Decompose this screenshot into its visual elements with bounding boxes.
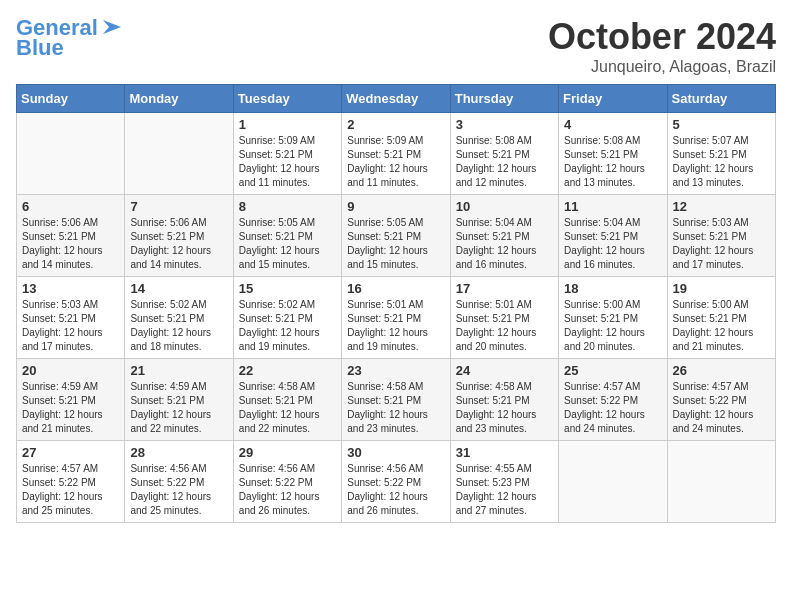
day-info: Sunrise: 5:02 AMSunset: 5:21 PMDaylight:… bbox=[239, 298, 336, 354]
calendar-day-cell: 10Sunrise: 5:04 AMSunset: 5:21 PMDayligh… bbox=[450, 195, 558, 277]
day-info: Sunrise: 4:56 AMSunset: 5:22 PMDaylight:… bbox=[239, 462, 336, 518]
day-info: Sunrise: 5:06 AMSunset: 5:21 PMDaylight:… bbox=[22, 216, 119, 272]
calendar-day-cell bbox=[125, 113, 233, 195]
calendar-day-cell: 7Sunrise: 5:06 AMSunset: 5:21 PMDaylight… bbox=[125, 195, 233, 277]
day-number: 5 bbox=[673, 117, 770, 132]
calendar-day-cell: 22Sunrise: 4:58 AMSunset: 5:21 PMDayligh… bbox=[233, 359, 341, 441]
calendar-week-row: 1Sunrise: 5:09 AMSunset: 5:21 PMDaylight… bbox=[17, 113, 776, 195]
day-info: Sunrise: 5:03 AMSunset: 5:21 PMDaylight:… bbox=[673, 216, 770, 272]
days-header-row: SundayMondayTuesdayWednesdayThursdayFrid… bbox=[17, 85, 776, 113]
calendar-day-cell: 27Sunrise: 4:57 AMSunset: 5:22 PMDayligh… bbox=[17, 441, 125, 523]
day-number: 7 bbox=[130, 199, 227, 214]
location-subtitle: Junqueiro, Alagoas, Brazil bbox=[548, 58, 776, 76]
month-title: October 2024 bbox=[548, 16, 776, 58]
day-of-week-header: Tuesday bbox=[233, 85, 341, 113]
day-info: Sunrise: 4:58 AMSunset: 5:21 PMDaylight:… bbox=[456, 380, 553, 436]
day-number: 27 bbox=[22, 445, 119, 460]
day-of-week-header: Sunday bbox=[17, 85, 125, 113]
day-info: Sunrise: 5:00 AMSunset: 5:21 PMDaylight:… bbox=[673, 298, 770, 354]
day-number: 9 bbox=[347, 199, 444, 214]
calendar-day-cell: 20Sunrise: 4:59 AMSunset: 5:21 PMDayligh… bbox=[17, 359, 125, 441]
calendar-day-cell: 5Sunrise: 5:07 AMSunset: 5:21 PMDaylight… bbox=[667, 113, 775, 195]
day-info: Sunrise: 5:03 AMSunset: 5:21 PMDaylight:… bbox=[22, 298, 119, 354]
day-number: 24 bbox=[456, 363, 553, 378]
day-number: 20 bbox=[22, 363, 119, 378]
day-info: Sunrise: 5:06 AMSunset: 5:21 PMDaylight:… bbox=[130, 216, 227, 272]
day-of-week-header: Wednesday bbox=[342, 85, 450, 113]
day-number: 2 bbox=[347, 117, 444, 132]
calendar-day-cell: 19Sunrise: 5:00 AMSunset: 5:21 PMDayligh… bbox=[667, 277, 775, 359]
day-of-week-header: Saturday bbox=[667, 85, 775, 113]
day-number: 14 bbox=[130, 281, 227, 296]
day-info: Sunrise: 5:00 AMSunset: 5:21 PMDaylight:… bbox=[564, 298, 661, 354]
calendar-day-cell bbox=[667, 441, 775, 523]
day-info: Sunrise: 5:01 AMSunset: 5:21 PMDaylight:… bbox=[456, 298, 553, 354]
day-number: 3 bbox=[456, 117, 553, 132]
day-info: Sunrise: 5:09 AMSunset: 5:21 PMDaylight:… bbox=[347, 134, 444, 190]
day-number: 4 bbox=[564, 117, 661, 132]
day-info: Sunrise: 4:57 AMSunset: 5:22 PMDaylight:… bbox=[22, 462, 119, 518]
calendar-day-cell: 13Sunrise: 5:03 AMSunset: 5:21 PMDayligh… bbox=[17, 277, 125, 359]
day-number: 10 bbox=[456, 199, 553, 214]
calendar-day-cell bbox=[559, 441, 667, 523]
calendar-day-cell: 28Sunrise: 4:56 AMSunset: 5:22 PMDayligh… bbox=[125, 441, 233, 523]
day-info: Sunrise: 5:02 AMSunset: 5:21 PMDaylight:… bbox=[130, 298, 227, 354]
day-number: 26 bbox=[673, 363, 770, 378]
day-number: 28 bbox=[130, 445, 227, 460]
calendar-week-row: 27Sunrise: 4:57 AMSunset: 5:22 PMDayligh… bbox=[17, 441, 776, 523]
title-section: October 2024 Junqueiro, Alagoas, Brazil bbox=[548, 16, 776, 76]
calendar-day-cell: 29Sunrise: 4:56 AMSunset: 5:22 PMDayligh… bbox=[233, 441, 341, 523]
day-info: Sunrise: 4:59 AMSunset: 5:21 PMDaylight:… bbox=[130, 380, 227, 436]
day-info: Sunrise: 4:56 AMSunset: 5:22 PMDaylight:… bbox=[347, 462, 444, 518]
day-number: 29 bbox=[239, 445, 336, 460]
day-number: 21 bbox=[130, 363, 227, 378]
day-number: 17 bbox=[456, 281, 553, 296]
day-number: 25 bbox=[564, 363, 661, 378]
day-info: Sunrise: 4:58 AMSunset: 5:21 PMDaylight:… bbox=[347, 380, 444, 436]
day-number: 1 bbox=[239, 117, 336, 132]
day-info: Sunrise: 4:57 AMSunset: 5:22 PMDaylight:… bbox=[564, 380, 661, 436]
calendar-day-cell: 8Sunrise: 5:05 AMSunset: 5:21 PMDaylight… bbox=[233, 195, 341, 277]
calendar-day-cell: 18Sunrise: 5:00 AMSunset: 5:21 PMDayligh… bbox=[559, 277, 667, 359]
day-number: 31 bbox=[456, 445, 553, 460]
day-number: 23 bbox=[347, 363, 444, 378]
logo: General Blue bbox=[16, 16, 123, 60]
calendar-day-cell: 31Sunrise: 4:55 AMSunset: 5:23 PMDayligh… bbox=[450, 441, 558, 523]
day-info: Sunrise: 5:08 AMSunset: 5:21 PMDaylight:… bbox=[456, 134, 553, 190]
day-info: Sunrise: 4:58 AMSunset: 5:21 PMDaylight:… bbox=[239, 380, 336, 436]
calendar-day-cell: 12Sunrise: 5:03 AMSunset: 5:21 PMDayligh… bbox=[667, 195, 775, 277]
day-number: 11 bbox=[564, 199, 661, 214]
logo-blue-text: Blue bbox=[16, 36, 64, 60]
calendar-day-cell bbox=[17, 113, 125, 195]
calendar-day-cell: 11Sunrise: 5:04 AMSunset: 5:21 PMDayligh… bbox=[559, 195, 667, 277]
day-number: 6 bbox=[22, 199, 119, 214]
calendar-day-cell: 25Sunrise: 4:57 AMSunset: 5:22 PMDayligh… bbox=[559, 359, 667, 441]
calendar-day-cell: 9Sunrise: 5:05 AMSunset: 5:21 PMDaylight… bbox=[342, 195, 450, 277]
day-info: Sunrise: 5:05 AMSunset: 5:21 PMDaylight:… bbox=[239, 216, 336, 272]
day-info: Sunrise: 4:56 AMSunset: 5:22 PMDaylight:… bbox=[130, 462, 227, 518]
day-info: Sunrise: 4:59 AMSunset: 5:21 PMDaylight:… bbox=[22, 380, 119, 436]
day-of-week-header: Friday bbox=[559, 85, 667, 113]
day-info: Sunrise: 5:04 AMSunset: 5:21 PMDaylight:… bbox=[456, 216, 553, 272]
page-header: General Blue October 2024 Junqueiro, Ala… bbox=[16, 16, 776, 76]
day-info: Sunrise: 5:09 AMSunset: 5:21 PMDaylight:… bbox=[239, 134, 336, 190]
calendar-day-cell: 24Sunrise: 4:58 AMSunset: 5:21 PMDayligh… bbox=[450, 359, 558, 441]
calendar-week-row: 6Sunrise: 5:06 AMSunset: 5:21 PMDaylight… bbox=[17, 195, 776, 277]
calendar-day-cell: 23Sunrise: 4:58 AMSunset: 5:21 PMDayligh… bbox=[342, 359, 450, 441]
day-info: Sunrise: 4:55 AMSunset: 5:23 PMDaylight:… bbox=[456, 462, 553, 518]
calendar-week-row: 20Sunrise: 4:59 AMSunset: 5:21 PMDayligh… bbox=[17, 359, 776, 441]
day-number: 16 bbox=[347, 281, 444, 296]
calendar-day-cell: 1Sunrise: 5:09 AMSunset: 5:21 PMDaylight… bbox=[233, 113, 341, 195]
calendar-day-cell: 26Sunrise: 4:57 AMSunset: 5:22 PMDayligh… bbox=[667, 359, 775, 441]
day-number: 30 bbox=[347, 445, 444, 460]
day-info: Sunrise: 5:07 AMSunset: 5:21 PMDaylight:… bbox=[673, 134, 770, 190]
day-number: 13 bbox=[22, 281, 119, 296]
calendar-day-cell: 30Sunrise: 4:56 AMSunset: 5:22 PMDayligh… bbox=[342, 441, 450, 523]
day-info: Sunrise: 5:01 AMSunset: 5:21 PMDaylight:… bbox=[347, 298, 444, 354]
day-number: 19 bbox=[673, 281, 770, 296]
calendar-day-cell: 21Sunrise: 4:59 AMSunset: 5:21 PMDayligh… bbox=[125, 359, 233, 441]
day-info: Sunrise: 5:08 AMSunset: 5:21 PMDaylight:… bbox=[564, 134, 661, 190]
day-of-week-header: Thursday bbox=[450, 85, 558, 113]
day-number: 18 bbox=[564, 281, 661, 296]
calendar-day-cell: 3Sunrise: 5:08 AMSunset: 5:21 PMDaylight… bbox=[450, 113, 558, 195]
